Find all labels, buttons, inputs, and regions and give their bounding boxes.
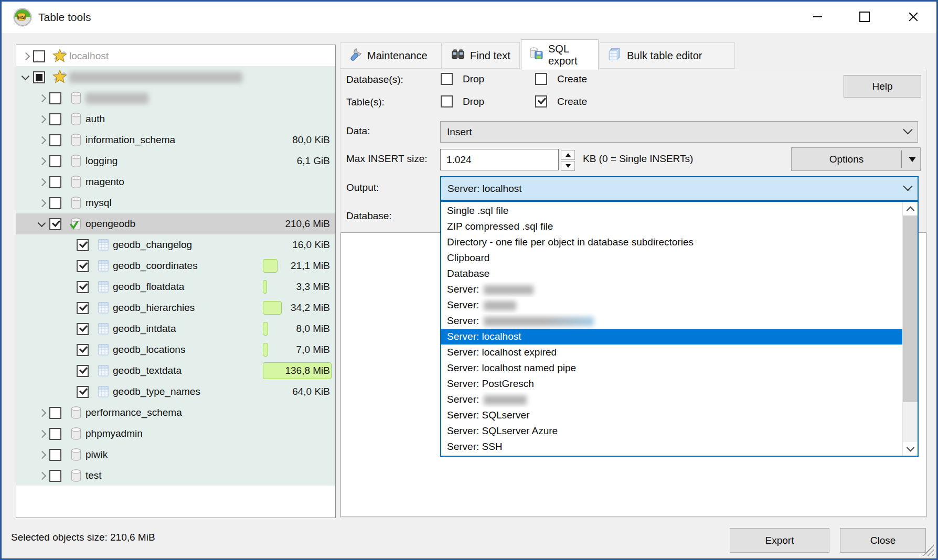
tree-row[interactable]: [16, 67, 335, 88]
scrollbar-thumb[interactable]: [903, 216, 918, 402]
dropdown-item[interactable]: ZIP compressed .sql file: [441, 219, 903, 234]
chevron-collapsed-icon[interactable]: [35, 402, 49, 423]
close-button[interactable]: [897, 2, 930, 32]
tree-checkbox[interactable]: [33, 71, 45, 83]
options-split-button[interactable]: Options: [791, 147, 921, 171]
chevron-collapsed-icon[interactable]: [35, 423, 49, 444]
tree-checkbox[interactable]: [49, 428, 61, 440]
tree-row[interactable]: phpmyadmin: [16, 423, 335, 444]
maximize-button[interactable]: [848, 2, 881, 32]
tree-checkbox[interactable]: [77, 302, 89, 314]
tree-checkbox[interactable]: [49, 407, 61, 419]
tree-checkbox[interactable]: [49, 470, 61, 482]
tree-checkbox[interactable]: [77, 239, 89, 251]
tree-row[interactable]: magento: [16, 171, 335, 192]
dropdown-item[interactable]: Server: localhost expired: [441, 344, 903, 360]
dropdown-item[interactable]: Directory - one file per object in datab…: [441, 234, 903, 250]
close-dialog-button[interactable]: Close: [840, 528, 926, 553]
tree-row[interactable]: piwik: [16, 444, 335, 465]
dropdown-item[interactable]: Clipboard: [441, 250, 903, 266]
tree-row[interactable]: localhost: [16, 46, 335, 67]
databases-drop-checkbox[interactable]: [441, 73, 453, 85]
tree-checkbox[interactable]: [49, 134, 61, 146]
tab-bulk-table-editor[interactable]: Bulk table editor: [600, 42, 735, 69]
dropdown-item[interactable]: Server:: [441, 297, 903, 313]
tree-row[interactable]: geodb_hierarchies34,2 MiB: [16, 297, 335, 318]
dropdown-item[interactable]: Server: localhost named pipe: [441, 360, 903, 376]
chevron-collapsed-icon[interactable]: [35, 171, 49, 192]
tables-drop-checkbox[interactable]: [441, 95, 453, 107]
tree-row[interactable]: geodb_locations7,0 MiB: [16, 339, 335, 360]
data-combobox[interactable]: Insert: [440, 121, 918, 143]
tree-row[interactable]: geodb_coordinates21,1 MiB: [16, 255, 335, 276]
tree-row[interactable]: test: [16, 465, 335, 486]
minimize-button[interactable]: [801, 2, 834, 32]
tree-panel[interactable]: localhostauthinformation_schema80,0 KiBl…: [16, 45, 336, 518]
dropdown-item[interactable]: Server:: [441, 282, 903, 297]
tree-checkbox[interactable]: [49, 113, 61, 125]
chevron-collapsed-icon[interactable]: [35, 465, 49, 486]
tree-checkbox[interactable]: [77, 386, 89, 398]
chevron-collapsed-icon[interactable]: [35, 150, 49, 171]
tree-row[interactable]: [16, 88, 335, 109]
output-dropdown-list[interactable]: Server: SSHServer: SQLserver AzureServer…: [440, 201, 919, 457]
tree-checkbox[interactable]: [77, 365, 89, 377]
dropdown-item[interactable]: Server: SSH: [441, 439, 903, 455]
chevron-collapsed-icon[interactable]: [35, 88, 49, 109]
databases-create-option[interactable]: Create: [535, 73, 587, 85]
dropdown-item[interactable]: Server:: [441, 392, 903, 407]
chevron-expanded-icon[interactable]: [18, 67, 33, 88]
tree-checkbox[interactable]: [77, 260, 89, 272]
tab-maintenance[interactable]: Maintenance: [340, 42, 442, 69]
tree-row[interactable]: geodb_floatdata3,3 MiB: [16, 276, 335, 297]
tree-row[interactable]: geodb_intdata8,0 MiB: [16, 318, 335, 339]
tree-checkbox[interactable]: [77, 344, 89, 356]
chevron-collapsed-icon[interactable]: [18, 46, 33, 67]
help-button[interactable]: Help: [844, 75, 921, 98]
dropdown-item[interactable]: Server: SQLserver: [441, 407, 903, 423]
tree-checkbox[interactable]: [49, 218, 61, 230]
tree-checkbox[interactable]: [49, 197, 61, 209]
tree-checkbox[interactable]: [49, 176, 61, 188]
databases-create-checkbox[interactable]: [535, 73, 547, 85]
tables-create-option[interactable]: Create: [535, 95, 587, 107]
scroll-down-button[interactable]: [903, 442, 918, 456]
tree-row[interactable]: geodb_changelog16,0 KiB: [16, 234, 335, 255]
dropdown-item[interactable]: Server: localhost: [441, 329, 903, 344]
spinner-down-button[interactable]: [561, 161, 575, 171]
spinner-up-button[interactable]: [561, 150, 575, 160]
tree-checkbox[interactable]: [77, 323, 89, 335]
tree-checkbox[interactable]: [77, 281, 89, 293]
tab-find-text[interactable]: Find text: [443, 42, 520, 69]
tree-checkbox[interactable]: [49, 155, 61, 167]
tree-row[interactable]: performance_schema: [16, 402, 335, 423]
tree-row[interactable]: auth: [16, 109, 335, 130]
title-bar[interactable]: HS Table tools: [2, 2, 936, 33]
tree-row[interactable]: logging6,1 GiB: [16, 150, 335, 171]
tables-create-checkbox[interactable]: [535, 95, 547, 107]
dropdown-item[interactable]: Server: SQLserver Azure: [441, 423, 903, 439]
tree-row[interactable]: opengeodb210,6 MiB: [16, 213, 335, 234]
dropdown-item[interactable]: Single .sql file: [441, 203, 903, 219]
chevron-expanded-icon[interactable]: [35, 213, 49, 234]
chevron-collapsed-icon[interactable]: [35, 192, 49, 213]
databases-drop-option[interactable]: Drop: [441, 73, 484, 85]
tree-row[interactable]: mysql: [16, 192, 335, 213]
dropdown-scrollbar[interactable]: [902, 202, 918, 456]
dropdown-item[interactable]: Server: PostGresch: [441, 376, 903, 392]
export-button[interactable]: Export: [730, 528, 829, 553]
chevron-collapsed-icon[interactable]: [35, 444, 49, 465]
chevron-collapsed-icon[interactable]: [35, 109, 49, 130]
output-combobox[interactable]: Server: localhost: [440, 176, 919, 201]
max-insert-input[interactable]: 1.024: [440, 149, 559, 170]
scroll-up-button[interactable]: [903, 202, 918, 216]
tables-drop-option[interactable]: Drop: [441, 95, 484, 107]
tree-row[interactable]: information_schema80,0 KiB: [16, 130, 335, 150]
tree-checkbox[interactable]: [33, 50, 45, 62]
tab-sql-export[interactable]: SQL export: [521, 39, 599, 70]
dropdown-item[interactable]: Server:: [441, 313, 903, 329]
tree-checkbox[interactable]: [49, 449, 61, 461]
chevron-collapsed-icon[interactable]: [35, 130, 49, 150]
tree-row[interactable]: geodb_type_names64,0 KiB: [16, 381, 335, 402]
tree-row[interactable]: geodb_textdata136,8 MiB: [16, 360, 335, 381]
